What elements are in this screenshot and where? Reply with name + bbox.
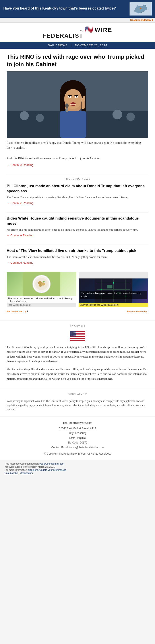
unsubscribe-link-2[interactable]: Unsubscribe — [20, 472, 34, 474]
about-flag: ★★★★★★ ★★★★★ ★★★★★★ — [7, 331, 148, 341]
logo-federalist: FEDERALIST — [42, 32, 83, 40]
svg-point-34 — [39, 284, 42, 287]
svg-rect-8 — [60, 94, 65, 111]
footer: TheFederalistWire.com 525-K East Market … — [0, 417, 155, 460]
svg-text:★★★★★: ★★★★★ — [71, 334, 75, 334]
main-article-continue[interactable]: Continue Reading — [7, 163, 34, 166]
svg-point-26 — [112, 110, 122, 120]
site-logo: The FEDERALIST 🇺🇸 WIRE — [4, 25, 150, 40]
svg-point-15 — [69, 96, 70, 98]
ad-image-food — [7, 272, 76, 296]
ad-left-caption: This cake has almost no calories and it … — [7, 296, 76, 303]
trending-item-1-desc: The former Democrat president is spewing… — [7, 195, 148, 200]
footer-address-line1: 525-K East Market Street # 114 — [7, 426, 148, 431]
main-article-image — [7, 71, 148, 138]
ad-right-enjoy: Enjoy this link to free Wikipedia conten… — [78, 303, 148, 307]
trending-item-2-desc: Joe Biden and his administration aren't … — [7, 228, 148, 232]
svg-point-24 — [20, 111, 29, 120]
trending-item-1-title: Bill Clinton just made an absurd claim a… — [7, 184, 148, 194]
svg-rect-53 — [70, 339, 85, 340]
nav-separator: | — [71, 44, 72, 47]
trending-item-2-title: Biden White House caught hiding sensitiv… — [7, 216, 148, 226]
main-article-desc1: Establishment Republicans aren't happy t… — [7, 140, 148, 150]
footer-contact: Contact Email: today@thefederalistwire.c… — [7, 445, 148, 450]
main-article-desc2: And this RINO is red with rage over who … — [7, 156, 148, 161]
main-article: This RINO is red with rage over who Trum… — [7, 53, 148, 170]
top-ad-text: Have you heard of this Kentucky town tha… — [3, 6, 130, 11]
bottom-meta-line4: Unsubscribe | Unsubscribe — [4, 472, 150, 474]
svg-point-2 — [140, 8, 142, 9]
trending-header: TRENDING NEWS — [7, 178, 148, 180]
nav-bar: DAILY NEWS | November 22, 2024 — [0, 42, 155, 49]
trending-divider-2 — [7, 244, 148, 245]
svg-point-25 — [36, 114, 44, 122]
trending-item-2: Biden White House caught hiding sensitiv… — [7, 216, 148, 240]
main-divider — [7, 174, 148, 174]
trending-item-3-title: Host of The View humiliated live on air … — [7, 248, 148, 254]
ad-right-overlay: The last non-Macintosh computer ever man… — [78, 290, 148, 300]
logo-the: The — [80, 30, 83, 32]
trending-divider-1 — [7, 212, 148, 212]
footer-url: TheFederalistWire.com — [7, 421, 148, 424]
recommended-right-icon: ℹ — [148, 310, 148, 313]
svg-point-23 — [65, 104, 69, 108]
ad-row[interactable]: This cake has almost no calories and it … — [7, 272, 148, 307]
svg-text:★★★★★★: ★★★★★★ — [71, 332, 76, 333]
about-section: ABOUT US ★★★★★★ ★★★★★ ★★★★★★ The Federal… — [0, 320, 155, 388]
trending-item-1-continue[interactable]: Continue Reading — [7, 201, 34, 205]
ad-box-left[interactable]: This cake has almost no calories and it … — [7, 272, 76, 307]
recommended-left: Recommended by ℹ — [7, 310, 28, 313]
svg-rect-12 — [70, 104, 76, 105]
trending-item-2-continue[interactable]: Continue Reading — [7, 234, 34, 237]
svg-rect-18 — [74, 95, 78, 96]
ad-box-right[interactable]: The last non-Macintosh computer ever man… — [78, 272, 148, 307]
disclaimer-section: DISCLAIMER Your privacy is important to … — [0, 389, 155, 416]
recommended-left-icon: ℹ — [27, 310, 28, 313]
recommended-right-label: Recommended by — [127, 310, 147, 313]
svg-text:★★★★★★: ★★★★★★ — [71, 335, 76, 336]
svg-rect-21 — [83, 96, 85, 101]
footer-copyright: © Copyright TheFederalistWire.com All Ri… — [7, 452, 148, 455]
trending-item-3-continue[interactable]: Continue Reading — [7, 261, 34, 264]
about-paragraph-2: You know that the political and economic… — [7, 367, 148, 381]
update-preferences-link[interactable]: Update your preferences — [40, 468, 66, 471]
footer-address: 525-K East Market Street # 114 City: Lee… — [7, 426, 148, 450]
recommended-left-label: Recommended by — [7, 310, 26, 313]
bottom-meta: This message was intended for: you@your@… — [0, 460, 155, 478]
ad-right-title: The last non-Macintosh computer ever man… — [80, 291, 147, 299]
click-here-link[interactable]: click here — [28, 468, 38, 471]
nav-date: November 22, 2024 — [75, 44, 108, 47]
logo-flag-icon: 🇺🇸 — [84, 25, 94, 34]
svg-point-35 — [43, 281, 45, 282]
nav-daily-news: DAILY NEWS — [48, 44, 68, 47]
disclaimer-title: DISCLAIMER — [7, 393, 148, 396]
bottom-meta-line3: For more information click here. Update … — [4, 468, 150, 471]
recommended-label: Recommended by — [130, 18, 151, 21]
footer-address-line2: City: Leesburg — [7, 431, 148, 436]
bottom-meta-line1: This message was intended for: you@your@… — [4, 462, 150, 465]
top-ad-headline: Have you heard of this Kentucky town tha… — [3, 6, 127, 10]
site-header: The FEDERALIST 🇺🇸 WIRE — [0, 22, 155, 42]
svg-rect-43 — [107, 285, 112, 288]
trending-item-1: Bill Clinton just made an absurd claim a… — [7, 184, 148, 208]
recommended-icon: ℹ — [152, 18, 153, 21]
unsubscribe-link-1[interactable]: Unsubscribe — [4, 472, 18, 474]
logo-wire: WIRE — [95, 26, 112, 34]
trending-item-3: Host of The View humiliated live on air … — [7, 248, 148, 268]
top-ad-recommended: Recommended by ℹ — [0, 18, 155, 22]
svg-rect-19 — [60, 111, 86, 138]
bottom-meta-email[interactable]: you@your@email.com — [40, 462, 64, 465]
svg-point-16 — [76, 96, 77, 98]
footer-address-line4: Zip Code: 20176 — [7, 440, 148, 445]
bottom-meta-line2: You were added to the system March 29, 2… — [4, 466, 150, 468]
top-ad-banner[interactable]: Have you heard of this Kentucky town tha… — [0, 0, 155, 18]
svg-rect-17 — [68, 95, 72, 96]
about-paragraph-1: The Federalist Wire brings you dependabl… — [7, 345, 148, 364]
trending-item-3-desc: The ladies of The View have had a bad fe… — [7, 255, 148, 259]
svg-point-27 — [126, 112, 135, 121]
svg-point-46 — [113, 282, 114, 284]
trending-section: TRENDING NEWS Bill Clinton just made an … — [7, 178, 148, 313]
recommended-row: Recommended by ℹ Recommended by ℹ — [7, 310, 148, 313]
disclaimer-text: Your privacy is important to us. It is T… — [7, 399, 148, 412]
recommended-right: Recommended by ℹ — [127, 310, 148, 313]
